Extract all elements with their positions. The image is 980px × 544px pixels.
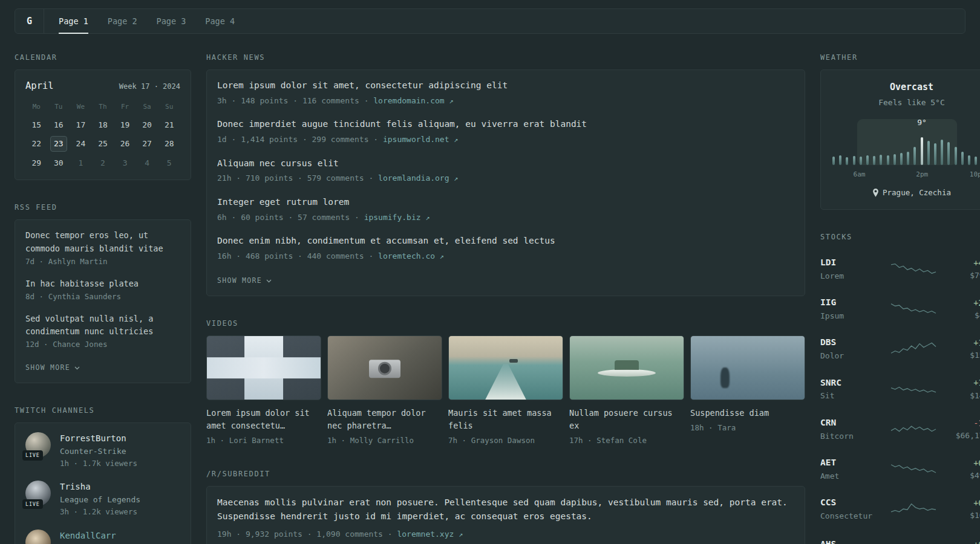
stock-symbol: AET <box>820 456 882 470</box>
tab-page-3[interactable]: Page 3 <box>157 9 186 33</box>
story-meta-text: 6h · 60 points · 57 comments · <box>217 213 364 222</box>
external-link-icon: ↗ <box>454 135 458 144</box>
story-domain-link[interactable]: ipsumify.biz ↗ <box>364 213 430 222</box>
tab-page-4[interactable]: Page 4 <box>205 9 235 33</box>
stock-price: $165.84 <box>945 510 980 522</box>
story-meta: 1d · 1,414 points · 299 comments · ipsum… <box>217 134 794 146</box>
story-item[interactable]: Lorem ipsum dolor sit amet, consectetur … <box>217 79 794 106</box>
rss-show-more-button[interactable]: SHOW MORE <box>25 363 80 373</box>
calendar-day-header: Sa <box>136 101 158 114</box>
story-title[interactable]: Integer eget rutrum lorem <box>217 196 794 209</box>
video-title[interactable]: Mauris sit amet massa felis <box>448 407 563 432</box>
stock-price: $499.72 <box>945 470 980 482</box>
stock-row[interactable]: SNRCSit +1.36%$148.64 <box>820 369 980 409</box>
weather-bar <box>975 157 977 165</box>
chevron-down-icon <box>74 366 80 370</box>
page-tabs: Page 1 Page 2 Page 3 Page 4 <box>44 9 235 33</box>
story-item[interactable]: Donec enim nibh, condimentum et accumsan… <box>217 235 794 262</box>
weather-location: Prague, Czechia <box>831 187 980 199</box>
stock-row[interactable]: CRNBitcorn -1.00%$66,171.48 <box>820 409 980 449</box>
location-pin-icon <box>872 189 879 197</box>
video-thumbnail[interactable] <box>206 335 321 400</box>
stock-row[interactable]: CCSConsectetur +0.51%$165.84 <box>820 489 980 529</box>
hackernews-section-title: HACKER NEWS <box>206 52 805 63</box>
video-card[interactable]: Suspendisse diam 18h · Tara <box>690 335 805 447</box>
stock-sparkline <box>882 500 945 517</box>
weather-bar <box>907 152 909 165</box>
story-domain-link[interactable]: loremtech.co ↗ <box>378 251 444 261</box>
calendar-day: 19 <box>114 117 136 133</box>
story-title[interactable]: Aliquam nec cursus elit <box>217 157 794 170</box>
story-title[interactable]: Donec enim nibh, condimentum et accumsan… <box>217 235 794 248</box>
calendar-day: 24 <box>70 136 92 152</box>
stock-name: Lorem <box>820 270 882 282</box>
stock-sparkline <box>882 461 945 478</box>
post-domain-link[interactable]: loremnet.xyz ↗ <box>397 529 463 539</box>
calendar-day-header: We <box>70 101 92 114</box>
video-card[interactable]: Nullam posuere cursus ex 17h · Stefan Co… <box>569 335 684 447</box>
story-domain-link[interactable]: ipsumworld.net ↗ <box>383 135 459 144</box>
twitch-channel-row[interactable]: LIVE ForrestBurton Counter-Strike 1h · 1… <box>25 432 180 469</box>
story-domain-link[interactable]: loremdomain.com ↗ <box>373 96 453 105</box>
channel-name[interactable]: Trisha <box>60 481 140 493</box>
video-meta: 1h · Molly Carrillo <box>327 435 442 447</box>
video-thumbnail[interactable] <box>690 335 805 400</box>
stock-change: +4.35% <box>945 257 980 269</box>
story-title[interactable]: Donec imperdiet augue tincidunt felis al… <box>217 118 794 131</box>
hackernews-card: Lorem ipsum dolor sit amet, consectetur … <box>206 70 805 296</box>
tab-page-1[interactable]: Page 1 <box>59 9 88 33</box>
calendar-day: 27 <box>136 136 158 152</box>
stock-name: Bitcorn <box>820 430 882 442</box>
videos-section-title: VIDEOS <box>206 318 805 329</box>
app-logo[interactable]: G <box>15 9 44 33</box>
calendar-day: 15 <box>25 117 48 133</box>
rss-item-title[interactable]: Sed volutpat nulla nisl, a condimentum n… <box>25 312 180 338</box>
story-meta-text: 3h · 148 points · 116 comments · <box>217 96 373 105</box>
external-link-icon: ↗ <box>454 174 458 183</box>
channel-name[interactable]: KendallCarr <box>60 529 116 542</box>
video-card[interactable]: Mauris sit amet massa felis 7h · Grayson… <box>448 335 563 447</box>
twitch-channel-row[interactable]: LIVE Trisha League of Legends 3h · 1.2k … <box>25 481 180 517</box>
video-title[interactable]: Lorem ipsum dolor sit amet consectetu… <box>206 407 321 432</box>
story-item[interactable]: Integer eget rutrum lorem 6h · 60 points… <box>217 196 794 223</box>
video-thumbnail[interactable] <box>327 335 442 400</box>
video-thumbnail[interactable] <box>448 335 563 400</box>
external-link-icon: ↗ <box>449 97 454 105</box>
video-title[interactable]: Aliquam tempor dolor nec pharetra… <box>327 407 442 432</box>
stock-row[interactable]: IIGIpsum +2.84%$42.04 <box>820 289 980 329</box>
calendar-day-header: Fr <box>114 101 136 114</box>
hackernews-show-more-button[interactable]: SHOW MORE <box>217 276 272 286</box>
stock-name: Amet <box>820 470 882 482</box>
story-meta: 21h · 710 points · 579 comments · loreml… <box>217 172 794 184</box>
video-card[interactable]: Aliquam tempor dolor nec pharetra… 1h · … <box>327 335 442 447</box>
video-thumbnail[interactable] <box>569 335 684 400</box>
calendar-day: 20 <box>136 117 158 133</box>
stock-row[interactable]: AHS +0.46% <box>820 529 980 544</box>
channel-name[interactable]: ForrestBurton <box>60 432 137 445</box>
tab-page-2[interactable]: Page 2 <box>108 9 137 33</box>
calendar-day: 17 <box>70 117 92 133</box>
post-meta: 19h · 9,932 points · 1,090 comments · lo… <box>217 528 794 540</box>
story-domain-link[interactable]: loremlandia.org ↗ <box>378 173 458 183</box>
stock-price: $156.28 <box>945 349 980 361</box>
video-title[interactable]: Nullam posuere cursus ex <box>569 407 684 432</box>
rss-item[interactable]: Sed volutpat nulla nisl, a condimentum n… <box>25 312 180 351</box>
rss-item-title[interactable]: In hac habitasse platea <box>25 277 180 290</box>
rss-item[interactable]: In hac habitasse platea 8d · Cynthia Sau… <box>25 277 180 303</box>
stock-row[interactable]: AETAmet +0.92%$499.72 <box>820 449 980 489</box>
post-title[interactable]: Maecenas mollis pulvinar erat non posuer… <box>217 496 794 524</box>
story-meta-text: 1d · 1,414 points · 299 comments · <box>217 135 383 144</box>
rss-item-title[interactable]: Donec tempor eros leo, ut commodo mauris… <box>25 229 180 255</box>
rss-item-meta: 7d · Ashlyn Martin <box>25 256 180 268</box>
stock-row[interactable]: DBSDolor +1.42%$156.28 <box>820 329 980 369</box>
rss-item[interactable]: Donec tempor eros leo, ut commodo mauris… <box>25 229 180 267</box>
story-item[interactable]: Donec imperdiet augue tincidunt felis al… <box>217 118 794 145</box>
stock-row[interactable]: LDILorem +4.35%$795.18 <box>820 249 980 289</box>
story-title[interactable]: Lorem ipsum dolor sit amet, consectetur … <box>217 79 794 92</box>
twitch-channel-row[interactable]: LIVE KendallCarr <box>25 529 180 544</box>
weather-bar <box>941 140 943 165</box>
calendar-day: 30 <box>48 155 70 171</box>
video-card[interactable]: Lorem ipsum dolor sit amet consectetu… 1… <box>206 335 321 447</box>
video-title[interactable]: Suspendisse diam <box>690 407 805 419</box>
story-item[interactable]: Aliquam nec cursus elit 21h · 710 points… <box>217 157 794 184</box>
